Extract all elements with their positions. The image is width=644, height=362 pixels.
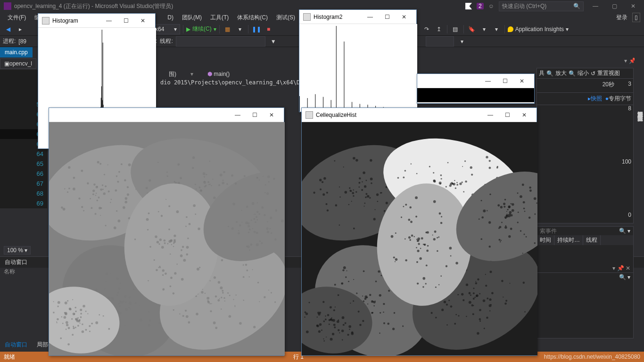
maximize-button[interactable]: ☐ xyxy=(379,14,396,20)
console-window[interactable]: — ☐ ✕ xyxy=(417,74,535,104)
bookmark-icon[interactable]: 🔖 xyxy=(467,24,477,34)
tool-icon[interactable]: ▤ xyxy=(450,24,461,34)
zoom-out-icon[interactable]: 🔍 xyxy=(569,70,576,77)
svg-point-482 xyxy=(128,307,130,309)
maximize-button[interactable]: ☐ xyxy=(499,112,516,118)
svg-point-585 xyxy=(155,235,157,238)
login-link[interactable]: 登录 xyxy=(612,13,631,23)
thread-combo[interactable] xyxy=(176,36,265,47)
maximize-button[interactable]: ☐ xyxy=(117,17,134,24)
col-time[interactable]: 时间 xyxy=(537,235,554,245)
svg-point-759 xyxy=(365,193,367,195)
svg-point-316 xyxy=(128,164,131,166)
search-icon[interactable]: 🔍 ▾ xyxy=(619,228,630,234)
col-duration[interactable]: 持续时… xyxy=(554,235,583,245)
zoom-in-icon[interactable]: 🔍 xyxy=(546,70,553,77)
flag-icon[interactable] xyxy=(465,3,472,9)
maximize-button[interactable]: ☐ xyxy=(496,78,513,84)
svg-point-1107 xyxy=(507,209,508,210)
notification-badge[interactable]: 2 xyxy=(477,3,484,9)
minimize-button[interactable]: — xyxy=(588,1,603,11)
svg-point-813 xyxy=(461,181,462,183)
maximize-button[interactable]: ▢ xyxy=(607,1,621,11)
menu-team[interactable]: 团队(M) xyxy=(178,13,206,23)
menu-tools[interactable]: 工具(T) xyxy=(206,13,232,23)
svg-point-709 xyxy=(232,203,235,206)
svg-point-649 xyxy=(69,308,72,310)
insights-label[interactable]: Application Insights xyxy=(515,26,564,33)
svg-point-884 xyxy=(334,284,336,286)
svg-point-714 xyxy=(265,184,266,186)
svg-point-450 xyxy=(124,325,125,326)
step-over-icon[interactable]: ↷ xyxy=(421,24,432,34)
tab-project[interactable]: ▣ opencv_l xyxy=(0,58,36,69)
step-out-icon[interactable]: ↥ xyxy=(434,24,444,34)
side-tab-solution[interactable]: 解决方案资源管理器 团队资源管理器 xyxy=(635,58,644,161)
svg-point-1080 xyxy=(342,339,343,341)
minimize-button[interactable]: — xyxy=(479,78,496,84)
forward-button[interactable]: ▸ xyxy=(15,24,25,34)
svg-point-692 xyxy=(259,180,260,181)
minimize-button[interactable]: — xyxy=(482,112,499,118)
stack-combo[interactable] xyxy=(426,36,454,47)
minimize-button[interactable]: — xyxy=(229,112,246,118)
dropdown-icon[interactable]: ▾ xyxy=(457,36,467,47)
svg-point-716 xyxy=(264,214,265,216)
search-icon[interactable]: 🔍 ▾ xyxy=(619,274,630,280)
menu-test[interactable]: 测试(S) xyxy=(272,13,299,23)
pause-button[interactable]: ❚❚ xyxy=(251,24,262,34)
svg-point-1142 xyxy=(503,203,505,205)
svg-point-515 xyxy=(207,300,209,302)
close-button[interactable]: ✕ xyxy=(626,1,640,11)
snapshot-label[interactable]: ▸快照 xyxy=(588,95,602,102)
filter-icon[interactable]: ▼ xyxy=(268,36,279,47)
close-button[interactable]: ✕ xyxy=(263,112,280,118)
function-label[interactable]: main() xyxy=(214,71,230,77)
event-search-input[interactable] xyxy=(540,228,619,234)
close-button[interactable]: ✕ xyxy=(513,78,530,84)
svg-point-937 xyxy=(503,296,504,297)
tool-icon[interactable]: ▾ xyxy=(235,24,245,34)
feedback-icon[interactable]: ☺ xyxy=(488,3,494,9)
svg-point-974 xyxy=(466,316,467,317)
stop-button[interactable]: ■ xyxy=(264,24,274,34)
svg-point-589 xyxy=(170,277,173,279)
tool-icon[interactable]: ▾ xyxy=(479,24,489,34)
equalized-image-window[interactable]: CellequalizeHist — ☐ ✕ xyxy=(301,107,537,356)
source-image-window[interactable]: — ☐ ✕ xyxy=(49,107,284,356)
tool-icon[interactable]: ▾ xyxy=(491,24,502,34)
zoom-combo[interactable]: 100 % ▾ xyxy=(4,246,31,255)
menu-arch[interactable]: 体系结构(C) xyxy=(233,13,272,23)
close-button[interactable]: ✕ xyxy=(516,112,533,118)
svg-point-1047 xyxy=(339,332,340,333)
reset-view-icon[interactable]: ↺ xyxy=(591,70,595,77)
svg-point-788 xyxy=(370,159,372,162)
histogram2-window[interactable]: Histogram2 — ☐ ✕ xyxy=(299,9,417,112)
quick-launch-input[interactable]: 快速启动 (Ctrl+Q)🔍 xyxy=(499,1,584,11)
menu-debug[interactable]: D) xyxy=(164,13,177,22)
minimize-button[interactable]: — xyxy=(362,14,379,20)
svg-point-432 xyxy=(148,324,150,326)
continue-button[interactable]: ▶ 继续(C) ▾ xyxy=(186,25,216,33)
platform-combo[interactable]: x64▾ xyxy=(152,24,180,34)
minimize-button[interactable]: — xyxy=(100,17,117,24)
svg-point-780 xyxy=(323,177,326,180)
maximize-button[interactable]: ☐ xyxy=(246,112,263,118)
scope-label[interactable]: 围) xyxy=(169,70,176,78)
tool-icon[interactable]: ▦ xyxy=(223,24,233,34)
user-icon[interactable]: ▯ xyxy=(632,13,640,22)
close-button[interactable]: ✕ xyxy=(134,17,151,24)
col-thread[interactable]: 线程 xyxy=(583,235,601,245)
svg-point-1035 xyxy=(417,250,419,252)
close-button[interactable]: ✕ xyxy=(396,14,413,20)
svg-point-674 xyxy=(268,181,270,182)
svg-point-1158 xyxy=(522,253,523,254)
menu-file[interactable]: 文件(F) xyxy=(4,13,30,23)
svg-point-927 xyxy=(489,310,490,311)
svg-point-1022 xyxy=(435,287,437,288)
back-button[interactable]: ◀ xyxy=(3,24,13,34)
tab-autos[interactable]: 自动窗口 xyxy=(0,340,32,350)
col-name[interactable]: 名称 xyxy=(4,268,15,275)
svg-point-996 xyxy=(415,197,418,199)
tab-main-cpp[interactable]: main.cpp xyxy=(0,47,33,58)
